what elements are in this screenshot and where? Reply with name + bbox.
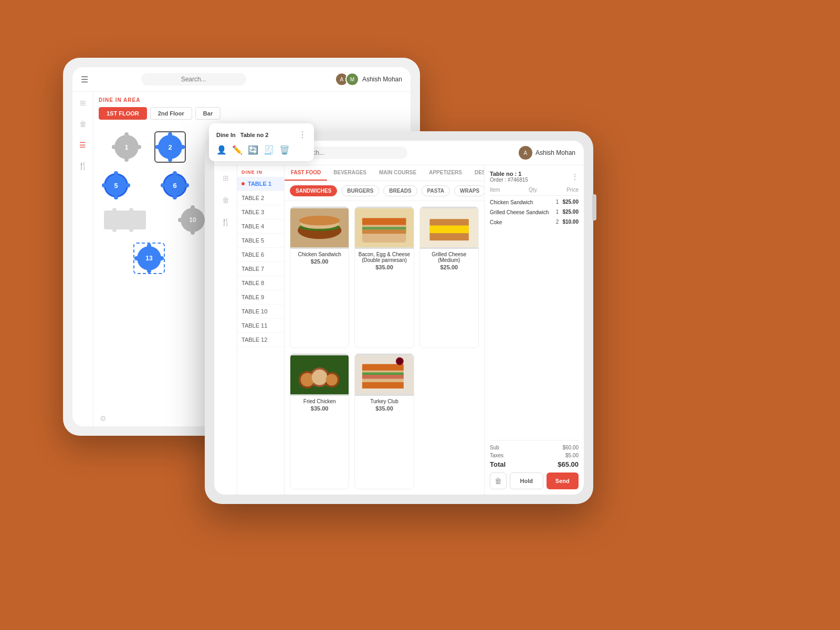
table-list-item-8[interactable]: TABLE 8 [237,276,284,290]
table-list-item-2[interactable]: TABLE 2 [237,191,284,205]
popup-trash-icon[interactable]: 🗑️ [279,145,290,155]
popup-title: Dine In Table no 2 [216,132,268,138]
grilled-cheese-price: $25.00 [423,264,475,270]
cat-tab-desserts[interactable]: DESSERTS [468,165,484,181]
delete-button[interactable]: 🗑 [490,472,507,489]
floor-tab-1st[interactable]: 1ST FLOOR [99,107,147,120]
table-list-item-12[interactable]: TABLE 12 [237,333,284,347]
order-header: Table no : 1 Order : #746815 ⋮ [490,171,579,183]
cat-tab-beverages[interactable]: BEVERAGES [327,165,373,181]
order-item-1-price: $25.00 [562,199,579,205]
order-id: Order : #746815 [490,177,528,183]
popup-edit-icon[interactable]: ✏️ [232,145,243,155]
back-settings-icon[interactable]: ⚙ [100,414,107,423]
popup-dots[interactable]: ⋮ [298,130,307,140]
fried-chicken-price: $35.00 [293,405,345,412]
table-list-item-7[interactable]: TABLE 7 [237,262,284,276]
popup-receipt-icon[interactable]: 🧾 [264,145,274,155]
popup-person-icon[interactable]: 👤 [216,145,227,155]
cat-tab-maincourse[interactable]: MAIN COURSE [373,165,423,181]
order-item-3-qty: 2 [552,219,562,225]
col-item: Item [490,187,500,193]
back-search-input[interactable] [141,73,246,86]
subcat-sandwiches[interactable]: SANDWICHES [290,185,337,196]
floor-tab-bar[interactable]: Bar [195,107,220,120]
hold-button[interactable]: Hold [510,472,543,489]
subcategory-bar: SANDWICHES BURGERS BREADS PASTA WRAPS [285,181,484,201]
order-item-3-price: $10.00 [562,219,579,225]
summary-taxes: Taxes $5.00 [490,453,579,458]
popup-transfer-icon[interactable]: 🔄 [248,145,258,155]
order-item-2-name: Grilled Cheese Sandwich [490,209,552,216]
cat-tab-appetizers[interactable]: APPETIZERS [423,165,468,181]
cat-tab-fastfood[interactable]: FAST FOOD [285,165,327,181]
popup-icons: 👤 ✏️ 🔄 🧾 🗑️ [216,145,307,155]
svg-rect-25 [362,375,404,379]
table-list-item-11[interactable]: TABLE 11 [237,319,284,333]
order-item-1-qty: 1 [552,199,562,205]
side-button[interactable] [592,194,596,220]
table-list-item-4[interactable]: TABLE 4 [237,219,284,234]
table-6[interactable]: 6 [163,173,187,197]
svg-rect-12 [429,225,468,233]
turkey-club-img [355,354,413,396]
table-dot-1 [242,182,245,185]
taxes-value: $5.00 [565,453,579,458]
svg-point-21 [326,374,338,385]
subcat-burgers[interactable]: BURGERS [341,185,379,196]
subcat-wraps[interactable]: WRAPS [454,185,484,196]
back-sidebar-trash-icon[interactable]: 🗑 [77,118,89,130]
subcat-breads[interactable]: BREADS [383,185,417,196]
svg-rect-14 [429,233,468,240]
table-list-item-10[interactable]: TABLE 10 [237,304,284,319]
table-2[interactable]: 2 [154,131,186,163]
table-1[interactable]: 1 [114,135,139,159]
front-table-list: DINE IN TABLE 1 TABLE 2 TABLE 3 TABLE 4 … [237,165,285,495]
front-sidebar-grid-icon[interactable]: ⊞ [219,172,232,184]
table-list-item-6[interactable]: TABLE 6 [237,248,284,262]
order-table-label: Table no : 1 [490,171,528,177]
summary-sub: Sub $60.00 [490,445,579,450]
back-sidebar-list-icon[interactable]: ☰ [77,139,89,151]
back-section-label: DINE IN AREA [99,97,405,103]
order-dots[interactable]: ⋮ [571,173,579,181]
action-buttons: 🗑 Hold Send [490,472,579,489]
col-qty: Qty. [529,187,538,193]
table-10[interactable]: 10 [181,208,205,232]
table-13[interactable]: 13 [133,243,165,274]
table-list-item-9[interactable]: TABLE 9 [237,290,284,304]
back-avatar-2: M [345,72,359,86]
hamburger-icon[interactable]: ☰ [81,75,88,85]
col-price: Price [566,187,579,193]
menu-item-turkey-club[interactable]: Turkey Club $35.00 [354,353,414,489]
svg-point-29 [397,359,402,363]
table-list-item-1[interactable]: TABLE 1 [237,177,284,191]
svg-rect-24 [362,372,404,375]
subcat-pasta[interactable]: PASTA [422,185,450,196]
category-tabs: FAST FOOD BEVERAGES MAIN COURSE APPETIZE… [285,165,484,181]
front-sidebar-trash-icon[interactable]: 🗑 [219,194,232,206]
order-item-3-name: Coke [490,219,552,226]
table-5[interactable]: 5 [104,173,128,197]
grilled-cheese-name: Grilled Cheese (Medium) [423,251,475,263]
chicken-sandwich-price: $25.00 [293,258,345,265]
back-sidebar-grid-icon[interactable]: ⊞ [77,97,89,109]
front-user-area: A Ashish Mohan [519,146,575,160]
back-sidebar-fork-icon[interactable]: 🍴 [77,160,89,172]
bacon-egg-price: $35.00 [358,264,410,270]
sub-value: $60.00 [562,445,579,450]
menu-grid: Chicken Sandwich $25.00 [285,201,484,495]
table-list-item-3[interactable]: TABLE 3 [237,205,284,219]
menu-item-grilled-cheese[interactable]: Grilled Cheese (Medium) $25.00 [419,206,479,348]
table-rect[interactable] [104,211,146,229]
table-list-item-5[interactable]: TABLE 5 [237,234,284,248]
menu-item-fried-chicken[interactable]: Fried Chicken $35.00 [290,353,349,489]
svg-rect-26 [362,364,404,371]
chicken-sandwich-name: Chicken Sandwich [293,251,345,257]
floor-tab-2nd[interactable]: 2nd Floor [150,107,192,120]
front-menu-area: FAST FOOD BEVERAGES MAIN COURSE APPETIZE… [285,165,484,495]
front-sidebar-fork-icon[interactable]: 🍴 [219,216,232,228]
send-button[interactable]: Send [547,472,579,489]
menu-item-chicken-sandwich[interactable]: Chicken Sandwich $25.00 [290,206,349,348]
menu-item-bacon-egg[interactable]: Bacon, Egg & Cheese (Double parmesan) $3… [354,206,414,348]
